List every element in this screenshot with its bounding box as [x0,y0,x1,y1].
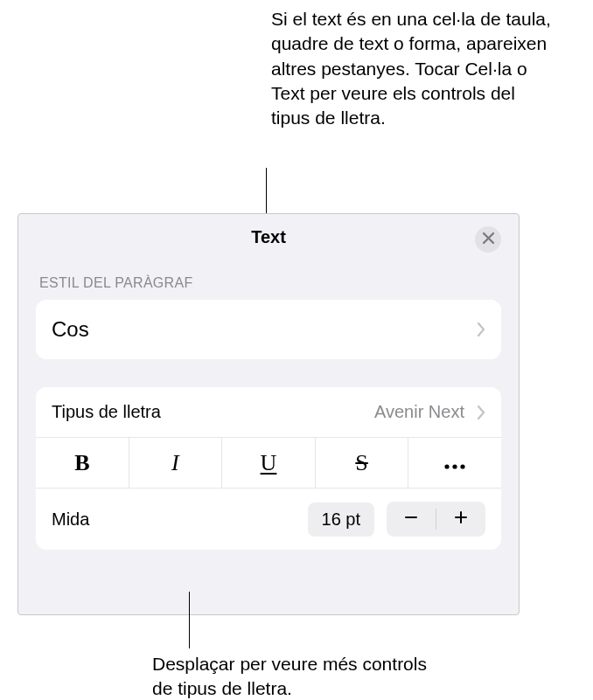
underline-icon: U [261,450,277,476]
bold-button[interactable]: B [36,438,129,488]
chevron-right-icon [477,405,485,419]
minus-icon [403,509,419,529]
close-button[interactable] [475,226,501,253]
section-label-paragraph: ESTIL DEL PARÀGRAF [18,260,519,300]
size-stepper [387,502,485,537]
svg-point-2 [461,464,465,468]
svg-point-0 [445,464,450,468]
underline-button[interactable]: U [221,438,315,488]
size-label: Mida [52,509,89,530]
paragraph-style-row[interactable]: Cos [36,300,501,359]
format-row: B I U S [36,438,501,489]
paragraph-style-value: Cos [52,317,89,342]
more-icon [443,449,466,476]
italic-icon: I [171,450,179,476]
font-card: Tipus de lletra Avenir Next B I U S [36,387,501,550]
strikethrough-button[interactable]: S [315,438,408,488]
strikethrough-icon: S [355,450,367,476]
size-row: Mida 16 pt [36,489,501,550]
panel-header: Text [18,214,519,260]
font-label: Tipus de lletra [52,402,161,422]
callout-top: Si el text és en una cel·la de taula, qu… [271,7,551,131]
size-decrease-button[interactable] [387,502,436,537]
more-options-button[interactable] [408,438,501,488]
format-panel: Text ESTIL DEL PARÀGRAF Cos Tipus de lle… [17,213,520,615]
callout-bottom: Desplaçar per veure més controls de tipu… [152,652,450,700]
font-row[interactable]: Tipus de lletra Avenir Next [36,387,501,438]
callout-leader-bottom [189,592,190,648]
paragraph-style-card: Cos [36,300,501,359]
size-increase-button[interactable] [436,502,485,537]
bold-icon: B [74,450,89,476]
size-value[interactable]: 16 pt [308,502,374,537]
svg-point-1 [453,464,457,468]
chevron-right-icon [477,322,485,336]
plus-icon [453,509,469,529]
panel-title: Text [251,227,286,247]
italic-button[interactable]: I [129,438,222,488]
font-value: Avenir Next [374,402,464,422]
close-icon [483,232,494,247]
